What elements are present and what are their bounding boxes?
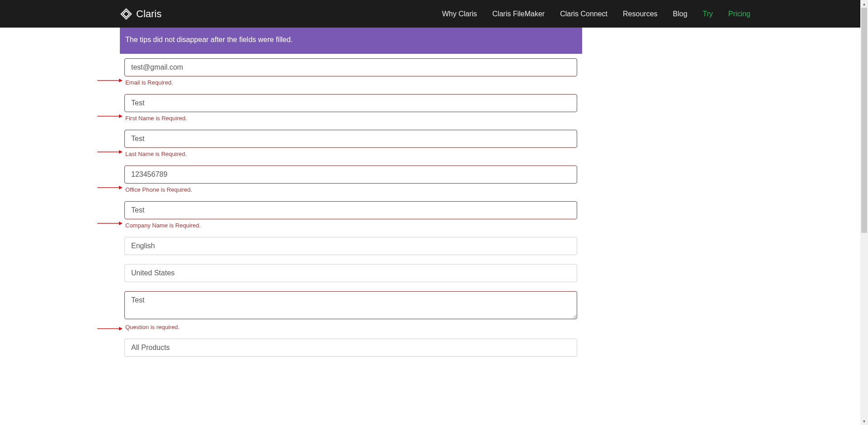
last-name-error: Last Name is Required. — [124, 150, 577, 157]
scroll-up-icon[interactable]: ▴ — [860, 0, 868, 8]
company-name-field-row — [124, 201, 577, 219]
scrollbar-thumb[interactable] — [861, 8, 867, 233]
top-navbar: Claris Why Claris Claris FileMaker Clari… — [0, 0, 868, 28]
first-name-input[interactable] — [124, 94, 577, 112]
svg-marker-9 — [119, 222, 123, 225]
nav-link-resources[interactable]: Resources — [623, 10, 657, 18]
question-textarea[interactable] — [124, 291, 577, 319]
browser-scrollbar[interactable]: ▴ ▾ — [860, 0, 868, 425]
contact-form: Email is Required. First Name is Require… — [124, 58, 577, 357]
country-select[interactable]: United States — [124, 264, 577, 282]
language-value: English — [131, 242, 155, 250]
product-select[interactable]: All Products — [124, 339, 577, 357]
question-error: Question is required. — [124, 323, 577, 331]
language-select[interactable]: English — [124, 237, 577, 255]
last-name-field-row — [124, 130, 577, 148]
brand-label: Claris — [136, 8, 161, 20]
nav-link-blog[interactable]: Blog — [673, 10, 688, 18]
office-phone-field-row — [124, 165, 577, 184]
last-name-input[interactable] — [124, 130, 577, 148]
email-field-row — [124, 58, 577, 76]
first-name-error: First Name is Required. — [124, 114, 577, 122]
nav-link-claris-connect[interactable]: Claris Connect — [560, 10, 607, 18]
nav-link-pricing[interactable]: Pricing — [728, 10, 750, 18]
bug-note-banner: The tips did not disappear after the fie… — [120, 28, 582, 54]
scrollbar-track[interactable] — [860, 8, 868, 417]
email-input[interactable] — [124, 58, 577, 76]
red-arrow-icon — [97, 326, 123, 331]
product-value: All Products — [131, 344, 170, 351]
svg-marker-1 — [119, 79, 123, 82]
nav-link-why-claris[interactable]: Why Claris — [442, 10, 477, 18]
company-name-error: Company Name is Required. — [124, 221, 577, 229]
page-content: The tips did not disappear after the fie… — [120, 28, 582, 357]
red-arrow-icon — [97, 221, 123, 226]
svg-marker-5 — [119, 150, 123, 154]
svg-marker-3 — [119, 114, 123, 118]
office-phone-error: Office Phone is Required. — [124, 185, 577, 193]
nav-link-claris-filemaker[interactable]: Claris FileMaker — [493, 10, 545, 18]
svg-marker-11 — [119, 327, 123, 331]
claris-logo-icon — [120, 8, 133, 20]
brand[interactable]: Claris — [120, 8, 161, 20]
office-phone-input[interactable] — [124, 165, 577, 184]
question-field-row — [124, 291, 577, 321]
red-arrow-icon — [97, 78, 123, 83]
svg-marker-7 — [119, 186, 123, 189]
red-arrow-icon — [97, 185, 123, 190]
scroll-down-icon[interactable]: ▾ — [860, 417, 868, 425]
country-value: United States — [131, 269, 175, 277]
bug-note-text: The tips did not disappear after the fie… — [125, 36, 293, 43]
red-arrow-icon — [97, 114, 123, 118]
first-name-field-row — [124, 94, 577, 112]
red-arrow-icon — [97, 150, 123, 154]
nav-links: Why Claris Claris FileMaker Claris Conne… — [442, 0, 750, 28]
email-error: Email is Required. — [124, 78, 577, 86]
company-name-input[interactable] — [124, 201, 577, 219]
nav-link-try[interactable]: Try — [703, 10, 713, 18]
